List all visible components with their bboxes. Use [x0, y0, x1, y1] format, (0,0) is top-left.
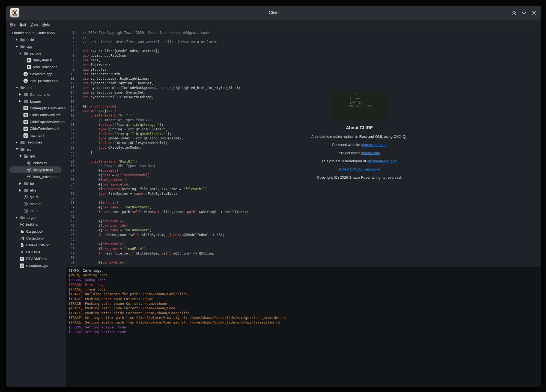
log-line: [TRACE] Pushing path: clide Current: /ho… [68, 311, 541, 315]
tree-item-icon_provider.cpp[interactable]: Cicon_provider.cpp [6, 77, 66, 84]
tree-item-label: qml [26, 86, 32, 90]
tree-item-build[interactable]: build [6, 36, 66, 43]
tree-item-README.md[interactable]: M↓README.md [6, 255, 66, 262]
chevron-right-icon[interactable] [16, 39, 20, 41]
chevron-down-icon[interactable] [16, 148, 20, 150]
chevron-right-icon[interactable] [19, 93, 23, 95]
about-paragraphs: A simple text editor written in Rust and… [278, 134, 441, 179]
tree-item-filesystem.cpp[interactable]: Cfilesystem.cpp [6, 70, 66, 77]
tree-item-cpp[interactable]: cpp [6, 43, 66, 50]
maximize-button[interactable] [511, 10, 517, 16]
tree-item-ClideApplicationView.qml[interactable]: QtClideApplicationView.qml [6, 105, 66, 112]
menu-help[interactable]: Help [40, 22, 52, 27]
link-shaunreed-com[interactable]: shaunreed.com [361, 143, 387, 147]
log-line: [TRACE] Pushing path: shaun Current: /ho… [68, 301, 541, 306]
menu-edit[interactable]: Edit [18, 22, 28, 27]
line-number: 19 [66, 113, 74, 118]
line-number: 44 [66, 228, 74, 233]
menu-view[interactable]: View [28, 22, 40, 27]
log-line: [DEBUG] Debug logs [68, 278, 541, 282]
tree-item-gui[interactable]: gui [6, 153, 66, 160]
tree-item-label: tui.rs [30, 209, 37, 213]
tree-item-main.qml[interactable]: Qtmain.qml [6, 132, 66, 139]
code-lines[interactable]: // SPDX-FileCopyrightText: 2026, Shaun R… [76, 29, 248, 267]
tree-item-ClideExplorerView.qml[interactable]: QtClideExplorerView.qml [6, 118, 66, 125]
tree-item-Logger[interactable]: Logger [6, 98, 66, 105]
chevron-down-icon[interactable] [19, 53, 23, 54]
tree-item-include[interactable]: include [6, 50, 66, 57]
link-kdab-cxx-qt-repository[interactable]: KDAB CXX-Qt repository [339, 167, 380, 171]
chevron-down-icon[interactable] [16, 87, 20, 88]
code-line [83, 265, 248, 267]
tree-item-LICENSE[interactable]: ★LICENSE [6, 249, 66, 255]
tree-item-label: icon_provider.rs [33, 175, 58, 179]
line-number: 31 [66, 168, 74, 173]
tree-item-resources[interactable]: resources [6, 139, 66, 146]
link-git-shaunreed-com[interactable]: git.shaunreed.com [367, 159, 398, 163]
folder-open-icon [20, 86, 25, 89]
tree-item-icon_provider.rs[interactable]: Ricon_provider.rs [6, 173, 66, 180]
tree-item-utils[interactable]: utils [6, 187, 66, 194]
tree-item-Cargo.lock[interactable]: Cargo.lock [6, 228, 66, 235]
chevron-down-icon[interactable] [19, 155, 23, 157]
code-line: #[cxx_qt::bridge] [83, 104, 248, 109]
line-number: 24 [66, 136, 74, 141]
minimize-button[interactable] [521, 10, 527, 16]
tree-item-colors.rs[interactable]: Rcolors.rs [6, 160, 66, 166]
tree-item-ClideTreeView.qml[interactable]: QtClideTreeView.qml [6, 125, 66, 132]
chevron-right-icon[interactable] [19, 182, 23, 185]
tree-item-filesystem.rs[interactable]: Rfilesystem.rs [6, 166, 66, 173]
close-button[interactable] [531, 10, 537, 16]
qt-badge: Qt [20, 264, 24, 268]
tree-item-qml[interactable]: qml [6, 84, 66, 91]
code-line: #[inherit] [83, 201, 248, 205]
tree-item-Cargo.toml[interactable]: [T]Cargo.toml [6, 235, 66, 242]
tree-item-icon_provider.h[interactable]: Hicon_provider.h [6, 64, 66, 70]
tree-item-resources.qrc[interactable]: Qtresources.qrc [6, 262, 66, 269]
link-knoats-com[interactable]: knoats.com [361, 151, 380, 155]
code-line [83, 196, 248, 201]
code-line: fn column_count(self: &FileSystem, _inde… [83, 233, 248, 237]
tree-item-ClideEditorView.qml[interactable]: QtClideEditorView.qml [6, 112, 66, 118]
chevron-right-icon[interactable] [16, 141, 20, 143]
code-line: use log::warn; [83, 63, 248, 67]
code-line: type QModelIndex = cxx_qt_lib::QModelInd… [83, 136, 248, 141]
tree-item-label: main.rs [30, 202, 41, 206]
tree-item-filesystem.h[interactable]: Hfilesystem.h [6, 57, 66, 64]
tree-item-label: icon_provider.cpp [30, 79, 58, 83]
line-number: 6 [66, 53, 74, 58]
chevron-right-icon[interactable] [19, 189, 23, 191]
tree-item-gui.rs[interactable]: Rgui.rs [6, 194, 66, 201]
window-body: / home/ shaun/ Code/ clide/ buildcppincl… [6, 29, 541, 387]
chevron-right-icon[interactable] [19, 100, 23, 102]
tree-item-label: Components [30, 92, 50, 97]
line-number: 37 [66, 196, 74, 201]
tree-item-tui.rs[interactable]: Rtui.rs [6, 207, 66, 214]
code-line: #[qinvokable] [83, 219, 248, 224]
tree-item-CMakeLists.txt[interactable]: CMakeLists.txt [6, 242, 66, 249]
tree-item-main.rs[interactable]: Rmain.rs [6, 201, 66, 207]
tree-item-tui[interactable]: tui [6, 180, 66, 187]
tree-item-target[interactable]: target [6, 214, 66, 221]
main-area: 1234567891011121314151617181920212223242… [66, 29, 541, 387]
chevron-down-icon[interactable] [16, 46, 20, 47]
tree-item-src[interactable]: src [6, 146, 66, 153]
about-panel: * | .===. {}o o{} --ooO--(_)--Ooo-- Abou… [278, 91, 441, 179]
code-line: type QString = cxx_qt_lib::QString; [83, 127, 248, 132]
tree-item-label: gui.rs [30, 195, 38, 199]
line-number: 7 [66, 58, 74, 63]
folder-icon [24, 182, 28, 185]
about-paragraph: This project is developed at git.shaunre… [278, 159, 441, 163]
tree-item-build.rs[interactable]: Rbuild.rs [6, 221, 66, 228]
line-number: 1 [66, 31, 74, 35]
log-line: [DEBUG] Setting active: true [68, 330, 541, 334]
rust-badge: R [24, 209, 28, 213]
line-number: 4 [66, 44, 74, 49]
line-number: 46 [66, 237, 74, 242]
tree-item-Components[interactable]: Components [6, 91, 66, 98]
code-line [83, 44, 248, 49]
menu-file[interactable]: File [8, 22, 17, 27]
chevron-right-icon[interactable] [16, 217, 20, 219]
code-line: #[cxx_override] [83, 223, 248, 228]
ascii-art-logo: * | .===. {}o o{} --ooO--(_)--Ooo-- [332, 91, 387, 118]
